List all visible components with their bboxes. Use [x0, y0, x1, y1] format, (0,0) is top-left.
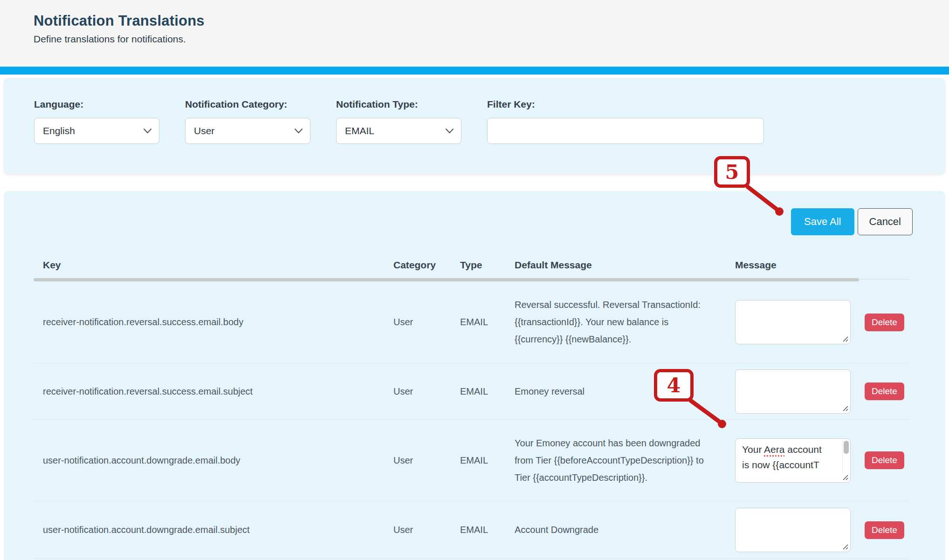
save-all-button[interactable]: Save All: [791, 208, 854, 235]
filter-panel: Language: English Notification Category:…: [4, 78, 945, 174]
chevron-down-icon: [144, 129, 151, 134]
header-message: Message: [726, 260, 855, 271]
row-key: receiver-notification.reversal.success.e…: [34, 317, 384, 328]
accent-bar: [0, 67, 949, 75]
header-key: Key: [34, 260, 384, 271]
row-default-message: Account Downgrade: [505, 521, 726, 539]
header-default-message: Default Message: [505, 260, 726, 271]
delete-button[interactable]: Delete: [865, 382, 904, 400]
header-category: Category: [384, 260, 451, 271]
row-default-message: Reversal successful. Reversal Transactio…: [505, 296, 726, 348]
row-category: User: [384, 525, 451, 535]
delete-button[interactable]: Delete: [865, 451, 904, 469]
annotation-callout-5: 5: [714, 156, 750, 188]
cancel-button[interactable]: Cancel: [858, 208, 913, 235]
row-category: User: [384, 317, 451, 328]
filter-key-label: Filter Key:: [487, 99, 764, 110]
annotation-number: 4: [667, 374, 681, 397]
language-label: Language:: [34, 99, 159, 110]
delete-button[interactable]: Delete: [865, 314, 904, 331]
category-filter-group: Notification Category: User: [185, 99, 310, 174]
category-select[interactable]: User: [185, 118, 310, 144]
row-category: User: [384, 455, 451, 466]
category-select-value: User: [194, 125, 214, 137]
notification-translations-page: Notification Translations Define transla…: [0, 0, 949, 560]
row-actions-cell: Delete: [855, 521, 909, 539]
page-header: Notification Translations Define transla…: [0, 0, 949, 67]
type-select-value: EMAIL: [345, 125, 374, 137]
row-type: EMAIL: [451, 455, 505, 466]
delete-button[interactable]: Delete: [865, 521, 904, 539]
row-actions-cell: Delete: [855, 314, 909, 331]
row-actions-cell: Delete: [855, 451, 909, 469]
chevron-down-icon: [446, 129, 454, 134]
language-filter-group: Language: English: [34, 99, 159, 174]
row-type: EMAIL: [451, 317, 505, 328]
textarea-scrollbar-thumb[interactable]: [844, 441, 849, 454]
language-select-value: English: [43, 125, 75, 137]
translations-table: Key Category Type Default Message Messag…: [34, 252, 909, 559]
message-textarea[interactable]: [735, 369, 851, 414]
table-header-row: Key Category Type Default Message Messag…: [34, 252, 909, 278]
table-row: user-notification.account.downgrade.emai…: [34, 501, 909, 559]
page-title: Notification Translations: [34, 13, 949, 29]
row-actions-cell: Delete: [855, 382, 909, 400]
message-textarea[interactable]: [735, 300, 851, 344]
row-key: user-notification.account.downgrade.emai…: [34, 525, 384, 535]
filter-key-input[interactable]: [487, 118, 764, 144]
row-key: user-notification.account.downgrade.emai…: [34, 455, 384, 466]
message-textarea[interactable]: [735, 508, 851, 552]
scrollbar-thumb[interactable]: [34, 278, 859, 281]
table-horizontal-scrollbar[interactable]: [34, 278, 909, 281]
row-type: EMAIL: [451, 525, 505, 535]
language-select[interactable]: English: [34, 118, 159, 144]
table-row: receiver-notification.reversal.success.e…: [34, 363, 909, 420]
resize-handle-icon[interactable]: [842, 405, 849, 412]
row-message-cell: [726, 300, 855, 344]
category-label: Notification Category:: [185, 99, 310, 110]
row-type: EMAIL: [451, 386, 505, 397]
annotation-number: 5: [725, 160, 739, 184]
row-message-cell: Your Aera account is now {{accountT: [726, 438, 855, 483]
annotation-callout-4: 4: [654, 369, 694, 402]
resize-handle-icon[interactable]: [842, 474, 849, 481]
row-default-message: Your Emoney account has been downgraded …: [505, 435, 726, 486]
page-subtitle: Define translations for notifications.: [34, 34, 949, 45]
row-category: User: [384, 386, 451, 397]
resize-handle-icon[interactable]: [842, 335, 849, 342]
main-panel: Save All Cancel Key Category Type Defaul…: [4, 191, 945, 560]
misspelled-word: Aera: [764, 444, 784, 455]
message-textarea[interactable]: Your Aera account is now {{accountT: [735, 438, 851, 483]
type-select[interactable]: EMAIL: [336, 118, 461, 144]
table-row: receiver-notification.reversal.success.e…: [34, 281, 909, 363]
table-body: receiver-notification.reversal.success.e…: [34, 281, 909, 559]
actions-bar: Save All Cancel: [4, 191, 945, 235]
table-row: user-notification.account.downgrade.emai…: [34, 420, 909, 501]
chevron-down-icon: [295, 129, 303, 134]
row-message-cell: [726, 369, 855, 414]
row-key: receiver-notification.reversal.success.e…: [34, 386, 384, 397]
type-label: Notification Type:: [336, 99, 461, 110]
header-type: Type: [451, 260, 505, 271]
resize-handle-icon[interactable]: [842, 543, 849, 550]
type-filter-group: Notification Type: EMAIL: [336, 99, 461, 174]
row-message-cell: [726, 508, 855, 552]
textarea-scrollbar[interactable]: [842, 439, 850, 473]
